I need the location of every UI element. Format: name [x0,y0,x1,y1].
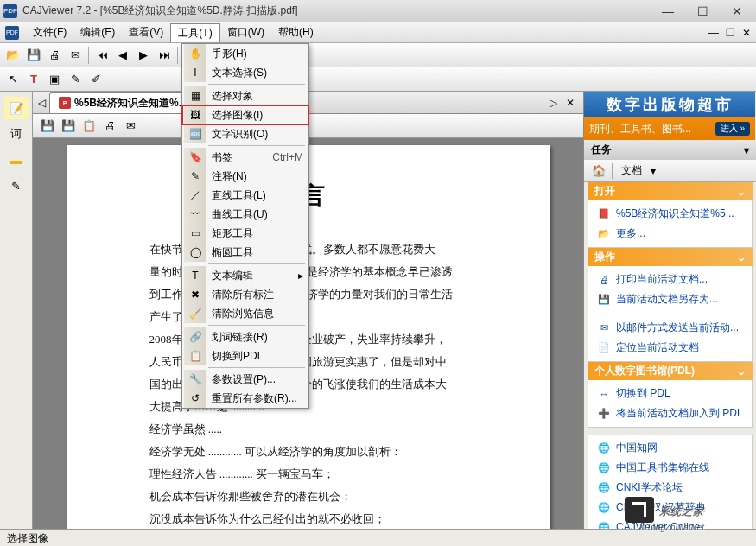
link-item[interactable]: ↔切换到 PDL [588,384,752,403]
page-first-icon[interactable]: ⏮ [92,46,111,65]
minimize-button[interactable]: — [659,4,677,18]
mdi-minimize-button[interactable]: — [708,27,719,39]
link-item[interactable]: 🌐中国知网 [588,438,752,458]
menu-item[interactable]: ▦选择对象 [182,86,308,105]
document-tab[interactable]: P %5B经济知识全知道%... [49,92,197,113]
highlight-icon[interactable]: ▣ [45,70,64,89]
page-next-icon[interactable]: ▶ [134,46,153,65]
section-operate-header[interactable]: 操作⌄ [588,248,753,266]
tab-next-icon[interactable]: ▷ [546,97,561,109]
docs-label[interactable]: 文档 [616,163,647,178]
tool-highlight-icon[interactable]: ▬ [4,149,29,171]
link-item[interactable]: ✉以邮件方式发送当前活动... [588,318,752,338]
link-item[interactable]: 🖨打印当前活动文档... [588,270,752,289]
menu-item-label: 清除所有标注 [212,288,303,302]
menu-item[interactable]: I文本选择(S) [182,63,308,82]
menu-item[interactable]: ✖清除所有标注 [182,285,308,304]
menu-item-label: 选择图像(I) [212,108,303,123]
link-icon: 🌐 [597,441,611,455]
menu-item-icon: ◯ [184,243,206,262]
mail-icon[interactable]: ✉ [66,46,85,65]
link-item[interactable]: 🌐CNKI学术论坛 [588,478,752,498]
separator [177,47,178,64]
print-icon[interactable]: 🖨 [45,46,64,65]
banner-go-button[interactable]: 进入 » [715,122,750,136]
menu-item[interactable]: 🔖书签Ctrl+M [182,148,308,167]
menu-help[interactable]: 帮助(H) [271,23,321,41]
arrow-icon[interactable]: ↖ [3,70,22,89]
section-pdl-header[interactable]: 个人数字图书馆(PDL)⌄ [588,362,753,380]
menu-item[interactable]: ✋手形(H) [182,44,308,63]
text-icon[interactable]: T [24,70,43,89]
link-item[interactable]: 💾当前活动文档另存为... [588,289,752,309]
link-item[interactable]: 📕%5B经济知识全知道%5... [588,204,752,224]
link-icon: ✉ [597,321,611,335]
menu-item[interactable]: 📋切换到PDL [182,346,308,365]
menu-item[interactable]: ◯椭圆工具 [182,243,308,262]
saveas-icon[interactable]: 💾 [59,117,78,136]
right-panel: 数字出版物超市 期刊、工具书、图书... 进入 » 任务 ▾ 🏠 文档 ▾ 打开… [583,92,756,546]
maximize-button[interactable]: ☐ [694,4,711,18]
menu-item[interactable]: 🔗划词链接(R) [182,327,308,346]
tool-annotate-icon[interactable]: 📝 [4,97,29,119]
menu-file[interactable]: 文件(F) [26,23,73,41]
menu-window[interactable]: 窗口(W) [220,23,271,41]
page-last-icon[interactable]: ⏭ [155,46,174,65]
promo-banner[interactable]: 数字出版物超市 期刊、工具书、图书... 进入 » [584,92,755,140]
menu-item[interactable]: ✎注释(N) [182,167,308,186]
link-label: %5B经济知识全知道%5... [616,206,734,221]
menu-view[interactable]: 查看(V) [122,23,170,41]
link-item[interactable]: ➕将当前活动文档加入到 PDL [588,403,752,423]
pin-icon[interactable]: ▾ [744,144,749,156]
menu-item-icon: ▦ [184,86,206,105]
dropdown-icon[interactable]: ▾ [651,165,656,177]
link-icon: 📄 [597,341,611,355]
menubar: PDF 文件(F) 编辑(E) 查看(V) 工具(T) 窗口(W) 帮助(H) … [0,22,756,43]
tasks-home-icon[interactable]: 🏠 [589,162,608,181]
window-title: CAJViewer 7.2 - [%5B经济知识全知道%5D.静涛.扫描版.pd… [22,3,659,18]
tools-dropdown: ✋手形(H)I文本选择(S)▦选择对象🖼选择图像(I)🔤文字识别(O)🔖书签Ct… [181,43,309,409]
page-prev-icon[interactable]: ◀ [113,46,132,65]
menu-edit[interactable]: 编辑(E) [73,23,122,41]
tool-text-icon[interactable]: 诃 [4,123,29,145]
submenu-arrow-icon: ▸ [298,270,303,282]
open-icon[interactable]: 📂 [3,46,22,65]
tool-pen-icon[interactable]: ✎ [4,175,29,197]
mdi-close-button[interactable]: ✕ [742,27,751,39]
menu-item[interactable]: T文本编辑▸ [182,266,308,285]
menu-item[interactable]: ／直线工具(L) [182,186,308,205]
menu-item-icon: 🔧 [184,370,206,389]
menu-item[interactable]: ↺重置所有参数(R)... [182,389,308,408]
menu-separator [208,145,305,146]
print-icon[interactable]: 🖨 [100,117,119,136]
section-open-header[interactable]: 打开⌄ [588,182,753,200]
mdi-restore-button[interactable]: ❐ [726,27,735,39]
menu-item[interactable]: 🧹清除浏览信息 [182,304,308,323]
menu-item[interactable]: 🔤文字识别(O) [182,124,308,143]
mail2-icon[interactable]: ✉ [121,117,140,136]
link-item[interactable]: 📂更多... [588,224,752,244]
menu-item[interactable]: ▭矩形工具 [182,224,308,243]
menu-tools[interactable]: 工具(T) [170,23,219,42]
save-icon[interactable]: 💾 [24,46,43,65]
menu-item-icon: 🖼 [184,105,206,124]
link-item[interactable]: 🌐CNKI英汉/汉英辞典 [588,498,752,517]
menu-item-icon: ✎ [184,167,206,186]
note-icon[interactable]: ✎ [66,70,85,89]
tab-prev-icon[interactable]: ◁ [38,97,46,109]
link-item[interactable]: 🌐中国工具书集锦在线 [588,458,752,478]
menu-item-label: 划词链接(R) [212,330,303,345]
menu-item[interactable]: 🔧参数设置(P)... [182,370,308,389]
link-label: 将当前活动文档加入到 PDL [616,406,743,421]
pdf-icon: P [59,97,71,109]
menu-item[interactable]: 〰曲线工具(U) [182,205,308,224]
menu-item[interactable]: 🖼选择图像(I) [182,105,308,124]
copy-icon[interactable]: 📋 [79,117,98,136]
note2-icon[interactable]: ✐ [86,70,105,89]
link-item[interactable]: 📄定位当前活动文档 [588,338,752,358]
save-icon[interactable]: 💾 [38,117,57,136]
close-button[interactable]: ✕ [728,4,746,18]
menu-item-icon: 〰 [184,205,206,224]
app-icon: PDF [3,4,17,18]
tab-close-icon[interactable]: ✕ [562,97,578,109]
